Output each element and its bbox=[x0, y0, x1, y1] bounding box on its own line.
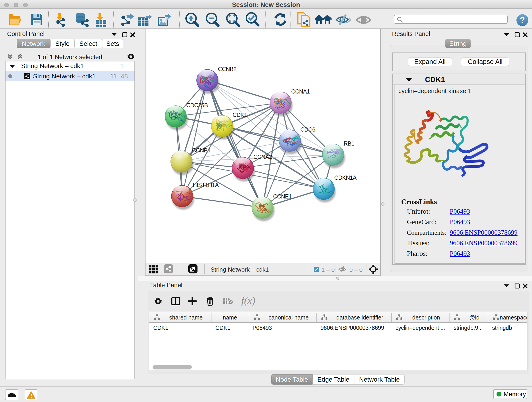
svg-text:HIST1H1A: HIST1H1A bbox=[193, 182, 219, 188]
svg-text:CDKN1A: CDKN1A bbox=[334, 174, 357, 181]
svg-text:CCNA1: CCNA1 bbox=[291, 88, 310, 95]
svg-text:CCNE1: CCNE1 bbox=[273, 193, 292, 200]
svg-text:CDC6: CDC6 bbox=[300, 126, 315, 133]
svg-text:CCNB1: CCNB1 bbox=[192, 147, 210, 153]
svg-text:CCNB2: CCNB2 bbox=[218, 66, 236, 72]
svg-text:RB1: RB1 bbox=[344, 140, 354, 147]
svg-text:CDC25B: CDC25B bbox=[186, 102, 208, 108]
svg-text:CCNA2: CCNA2 bbox=[253, 153, 272, 160]
svg-text:CDK1: CDK1 bbox=[233, 112, 247, 118]
